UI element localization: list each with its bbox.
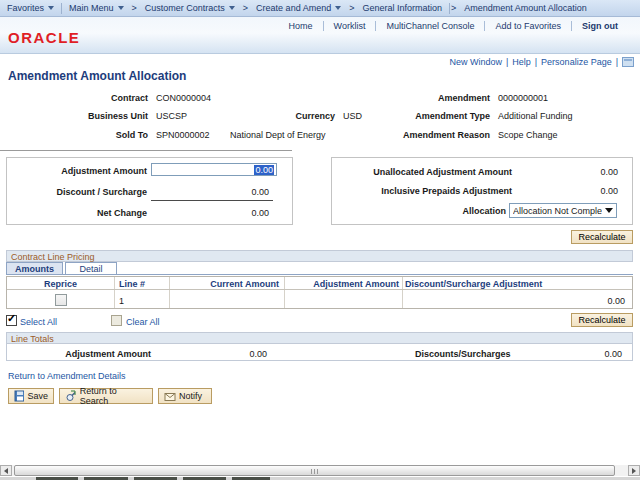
clear-all-link[interactable]: Clear All (126, 317, 160, 327)
nav-main-menu[interactable]: Main Menu (62, 0, 131, 17)
line-totals-header: Line Totals (7, 333, 632, 344)
line-totals-box: Line Totals Adjustment Amount 0.00 Disco… (6, 332, 633, 361)
contract-value: CON0000004 (156, 93, 211, 103)
add-to-favorites-link[interactable]: Add to Favorites (485, 21, 571, 31)
recalculate-button[interactable]: Recalculate (571, 230, 633, 244)
amendment-type-value: Additional Funding (498, 111, 573, 121)
amendment-reason-value: Scope Change (498, 130, 558, 140)
column-header-adjustment-amount: Adjustment Amount (284, 279, 399, 289)
new-window-link[interactable]: New Window (449, 57, 502, 67)
discount-surcharge-value: 0.00 (157, 187, 269, 197)
discount-surcharge-adjustment-cell: 0.00 (405, 296, 625, 306)
amendment-value: 0000000001 (498, 93, 548, 103)
unallocated-adjustment-value: 0.00 (532, 167, 618, 177)
nav-create-and-amend[interactable]: Create and Amend (249, 0, 348, 17)
scroll-left-icon (4, 468, 8, 474)
window-icon[interactable] (622, 57, 634, 67)
page-utility-links: New Window | Help | Personalize Page | (449, 57, 634, 67)
sold-to-value: SPN0000002 (156, 130, 210, 140)
adjustment-groupbox: Adjustment Amount 0.00 Discount / Surcha… (6, 157, 293, 225)
line-number-cell: 1 (119, 296, 124, 306)
grid-column-divider (114, 277, 115, 308)
scroll-right-button[interactable] (628, 465, 640, 476)
nav-customer-contracts-label: Customer Contracts (145, 3, 225, 13)
adjustment-amount-input-value: 0.00 (254, 165, 274, 175)
select-all-checkbox-icon[interactable]: ✓ (6, 315, 17, 326)
column-header-current-amount: Current Amount (169, 279, 279, 289)
nav-create-and-amend-label: Create and Amend (256, 3, 331, 13)
contract-line-grid: Reprice Line # Current Amount Adjustment… (6, 276, 633, 309)
allocation-label: Allocation (332, 206, 506, 216)
return-to-search-button[interactable]: Return to Search (59, 388, 153, 404)
allocation-dropdown-value: Allocation Not Complete (513, 206, 602, 216)
personalize-page-link[interactable]: Personalize Page (541, 57, 612, 67)
return-to-amendment-details-link[interactable]: Return to Amendment Details (8, 371, 126, 381)
return-to-search-icon (65, 390, 77, 402)
nav-current-page-label: Amendment Amount Allocation (464, 3, 587, 13)
business-unit-value: USCSP (156, 111, 187, 121)
chevron-down-icon (118, 6, 124, 10)
horizontal-scrollbar[interactable] (0, 465, 640, 476)
grid-column-divider (402, 277, 403, 308)
home-link[interactable]: Home (279, 21, 323, 31)
breadcrumb-separator: > (348, 3, 355, 13)
worklist-link[interactable]: Worklist (324, 21, 376, 31)
nav-customer-contracts[interactable]: Customer Contracts (138, 0, 242, 17)
nav-main-menu-label: Main Menu (69, 3, 114, 13)
contract-line-pricing-header: Contract Line Pricing (6, 250, 633, 262)
pagebar-separator: | (616, 57, 618, 67)
nav-general-information-label: General Information (362, 3, 442, 13)
line-totals-adjustment-label: Adjustment Amount (7, 349, 151, 359)
reprice-checkbox[interactable] (55, 294, 67, 306)
recalculate-button-lower[interactable]: Recalculate (571, 313, 633, 327)
grid-header-divider (7, 289, 632, 290)
column-header-discount-surcharge-adjustment: Discount/Surcharge Adjustment (405, 279, 542, 289)
scroll-right-icon (632, 468, 636, 474)
adjustment-amount-input[interactable]: 0.00 (151, 163, 277, 176)
sign-out-link[interactable]: Sign out (572, 21, 628, 31)
amendment-type-label: Amendment Type (370, 111, 490, 121)
sum-line (151, 200, 273, 201)
nav-favorites[interactable]: Favorites (0, 0, 61, 17)
amendment-reason-label: Amendment Reason (370, 130, 490, 140)
breadcrumb-separator: > (131, 3, 138, 13)
allocation-dropdown[interactable]: Allocation Not Complete (509, 203, 617, 218)
line-totals-discounts-label: Discounts/Surcharges (307, 349, 482, 359)
header-banner: Home Worklist MultiChannel Console Add t… (0, 17, 640, 54)
dropdown-arrow-icon (605, 208, 613, 213)
sold-to-label: Sold To (28, 130, 148, 140)
peoplesoft-window: Favorites Main Menu > Customer Contracts… (0, 0, 640, 480)
allocation-groupbox: Unallocated Adjustment Amount 0.00 Inclu… (331, 157, 633, 225)
save-icon (14, 390, 24, 402)
scrollbar-grip (311, 469, 320, 474)
chevron-down-icon (335, 6, 341, 10)
pagebar-separator: | (506, 57, 508, 67)
scrollbar-thumb[interactable] (14, 465, 615, 476)
return-to-search-button-label: Return to Search (80, 386, 147, 406)
nav-general-information[interactable]: General Information (355, 0, 449, 17)
breadcrumb-separator: > (242, 3, 249, 13)
multichannel-console-link[interactable]: MultiChannel Console (376, 21, 484, 31)
save-button-label: Save (27, 391, 48, 401)
save-button[interactable]: Save (8, 388, 54, 404)
notify-button[interactable]: Notify (158, 388, 212, 404)
header-links: Home Worklist MultiChannel Console Add t… (279, 21, 628, 31)
unallocated-adjustment-label: Unallocated Adjustment Amount (332, 167, 512, 177)
business-unit-label: Business Unit (28, 111, 148, 121)
help-link[interactable]: Help (512, 57, 531, 67)
select-all-link[interactable]: Select All (20, 317, 57, 327)
discount-surcharge-label: Discount / Surcharge (7, 187, 147, 197)
chevron-down-icon (229, 6, 235, 10)
tab-baseline (6, 274, 633, 275)
oracle-logo: ORACLE (8, 29, 80, 46)
currency-label: Currency (255, 111, 335, 121)
amendment-label: Amendment (370, 93, 490, 103)
scroll-left-button[interactable] (0, 465, 12, 476)
sold-to-name: National Dept of Energy (230, 130, 326, 140)
clear-all-checkbox-icon[interactable] (111, 315, 122, 326)
breadcrumb: Favorites Main Menu > Customer Contracts… (0, 0, 640, 17)
net-change-label: Net Change (7, 208, 147, 218)
section-divider (0, 150, 292, 151)
notify-button-label: Notify (179, 391, 202, 401)
notify-icon (164, 391, 176, 402)
